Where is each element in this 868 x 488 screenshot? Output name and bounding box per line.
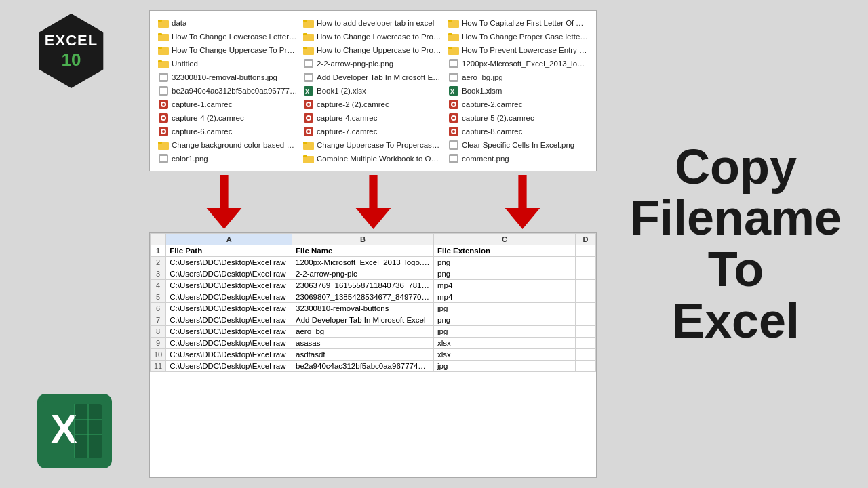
folder-icon xyxy=(303,45,314,56)
cell-d xyxy=(576,349,596,361)
file-label: Book1 (2).xlsx xyxy=(317,87,366,95)
cell-file-extension: jpg xyxy=(434,326,576,338)
svg-rect-31 xyxy=(305,61,312,66)
file-item: How to Change Lowercase to Proper... xyxy=(300,30,446,43)
cell-file-extension: xlsx xyxy=(434,349,576,361)
file-item: capture-7.camrec xyxy=(300,125,446,138)
img-icon xyxy=(448,72,459,83)
row-number: 2 xyxy=(151,257,166,268)
cell-file-extension: mp4 xyxy=(434,291,576,303)
folder-icon xyxy=(158,45,169,56)
file-label: How To Change Lowercase Letter T... xyxy=(172,33,298,41)
file-item: data xyxy=(155,16,300,30)
col-header-C: C xyxy=(434,234,576,245)
file-label: capture-7.camrec xyxy=(317,127,377,136)
file-label: Add Developer Tab In Microsoft Exc... xyxy=(317,73,443,81)
folder-icon xyxy=(303,31,314,42)
file-label: data xyxy=(172,19,186,27)
folder-icon xyxy=(448,31,459,42)
table-row: 9C:\Users\DDC\Desktop\Excel rawasasasxls… xyxy=(151,338,596,349)
col-header-B: B xyxy=(292,234,434,245)
file-label: capture-2.camrec xyxy=(462,100,522,108)
folder-icon xyxy=(158,18,169,28)
file-item: Untitled xyxy=(155,57,300,70)
cell-d xyxy=(576,326,596,338)
file-item: Change Uppercase To Propercase In ... xyxy=(300,138,446,152)
svg-point-63 xyxy=(452,117,455,119)
table-row: 10C:\Users\DDC\Desktop\Excel rawasdfasdf… xyxy=(151,349,596,361)
cell-d xyxy=(576,280,596,291)
cell-file-name: asasas xyxy=(292,338,434,349)
svg-rect-17 xyxy=(448,33,452,35)
title-line1: Copy xyxy=(630,142,842,193)
table-row: 5C:\Users\DDC\Desktop\Excel raw23069807_… xyxy=(151,291,596,303)
file-label: be2a940c4ac312bf5abc0aa9677749d... xyxy=(172,87,298,95)
cell-file-name: aero_bg xyxy=(292,326,434,338)
file-item: Clear Specific Cells In Excel.png xyxy=(446,138,591,152)
camrec-icon xyxy=(303,99,314,110)
table-row: 1File PathFile NameFile Extension xyxy=(151,245,596,257)
cell-file-path: C:\Users\DDC\Desktop\Excel raw xyxy=(166,361,292,372)
svg-rect-75 xyxy=(158,142,162,144)
title-line3: To xyxy=(630,244,842,296)
camrec-icon xyxy=(448,126,459,137)
file-explorer: dataHow to add developer tab in excelHow… xyxy=(149,10,597,171)
img-icon xyxy=(448,140,459,150)
img-icon xyxy=(448,153,459,164)
cell-file-path: C:\Users\DDC\Desktop\Excel raw xyxy=(166,314,292,326)
cell-file-path: File Path xyxy=(166,245,292,257)
folder-icon xyxy=(158,58,169,69)
svg-rect-85 xyxy=(303,155,307,157)
file-item: How to Change Uppercase to Proper... xyxy=(300,43,446,57)
cell-file-name: 23063769_1615558711840736_78135361284509… xyxy=(292,280,434,291)
cell-d xyxy=(576,291,596,303)
cell-file-name: be2a940c4ac312bf5abc0aa9677749de xyxy=(292,361,434,372)
badge-number: 10 xyxy=(62,49,81,70)
cell-file-name: asdfasdf xyxy=(292,349,434,361)
file-item: XBook1 (2).xlsx xyxy=(300,84,446,98)
excel-badge: EXCEL 10 xyxy=(34,14,108,88)
svg-rect-82 xyxy=(160,156,167,161)
excel-table: ABCD1File PathFile NameFile Extension2C:… xyxy=(150,233,596,372)
camrec-icon xyxy=(158,99,169,110)
excel-table-wrapper: ABCD1File PathFile NameFile Extension2C:… xyxy=(149,232,597,478)
row-number: 6 xyxy=(151,303,166,314)
file-label: 32300810-removal-buttons.jpg xyxy=(172,73,277,81)
excel-icon: X xyxy=(448,85,459,96)
file-item: 2-2-arrow-png-pic.png xyxy=(300,57,446,70)
svg-rect-90 xyxy=(369,175,377,210)
img-icon xyxy=(158,153,169,164)
folder-icon xyxy=(303,140,314,150)
file-label: capture-8.camrec xyxy=(462,127,522,136)
svg-text:X: X xyxy=(305,88,309,95)
img-icon xyxy=(303,58,314,69)
right-panel: Copy Filename To Excel xyxy=(604,0,868,488)
file-label: How To Prevent Lowercase Entry In ... xyxy=(462,46,588,54)
file-item: How To Capitalize First Letter Of A S... xyxy=(446,16,591,30)
file-item: 1200px-Microsoft_Excel_2013_logo.s... xyxy=(446,57,591,70)
cell-file-extension: png xyxy=(434,314,576,326)
cell-file-path: C:\Users\DDC\Desktop\Excel raw xyxy=(166,268,292,280)
folder-icon xyxy=(303,18,314,28)
file-label: Clear Specific Cells In Excel.png xyxy=(462,141,574,149)
file-label: Combine Multiple Workbook to One.... xyxy=(317,155,443,163)
title-line2: Filename xyxy=(630,192,842,244)
svg-rect-20 xyxy=(158,47,162,49)
row-number: 10 xyxy=(151,349,166,361)
camrec-icon xyxy=(448,113,459,123)
svg-rect-8 xyxy=(448,20,452,22)
file-item: capture-6.camrec xyxy=(155,125,300,138)
cell-file-name: 1200px-Microsoft_Excel_2013_logo.svg xyxy=(292,257,434,268)
table-row: 8C:\Users\DDC\Desktop\Excel rawaero_bgjp… xyxy=(151,326,596,338)
file-label: How to Change Lowercase to Proper... xyxy=(317,33,443,41)
file-label: How To Change Proper Case letter T... xyxy=(462,33,588,41)
img-icon xyxy=(158,72,169,83)
file-label: How to Change Uppercase to Proper... xyxy=(317,46,443,54)
row-number: 5 xyxy=(151,291,166,303)
svg-rect-88 xyxy=(220,175,228,210)
file-label: aero_bg.jpg xyxy=(462,73,503,81)
table-row: 6C:\Users\DDC\Desktop\Excel raw32300810-… xyxy=(151,303,596,314)
svg-rect-35 xyxy=(160,75,167,80)
cell-d xyxy=(576,268,596,280)
file-item: How To Prevent Lowercase Entry In ... xyxy=(446,43,591,57)
